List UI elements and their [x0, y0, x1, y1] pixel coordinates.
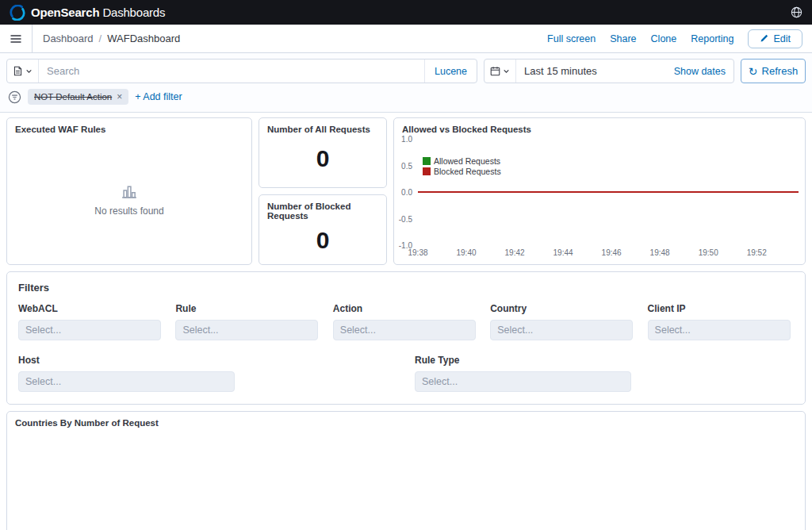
- plot-area: Allowed Requests Blocked Requests: [418, 139, 799, 245]
- panel-countries-by-request: Countries By Number of Request: [6, 411, 806, 530]
- add-filter-link[interactable]: + Add filter: [135, 91, 182, 102]
- panel-title: Number of Blocked Requests: [259, 195, 386, 221]
- globe-icon[interactable]: [791, 6, 802, 18]
- panel-title: Number of All Requests: [259, 118, 386, 134]
- panel-title: Filters: [18, 282, 794, 294]
- y-axis: 1.0 0.5 0.0 -0.5 -1.0: [394, 139, 418, 245]
- edit-button[interactable]: Edit: [748, 29, 802, 48]
- legend-item-blocked[interactable]: Blocked Requests: [423, 167, 501, 176]
- calendar-icon: [490, 66, 500, 76]
- panel-executed-waf-rules: Executed WAF Rules No results found: [6, 117, 252, 265]
- query-section: Lucene Last 15 minutes Show dates ↻ Refr…: [0, 53, 812, 113]
- x-tick: 19:52: [747, 248, 767, 257]
- panel-filters: Filters WebACL Rule Action Country Clien…: [6, 271, 806, 405]
- legend-item-allowed[interactable]: Allowed Requests: [423, 156, 501, 166]
- show-dates-link[interactable]: Show dates: [674, 60, 733, 83]
- time-range-value[interactable]: Last 15 minutes: [516, 60, 597, 83]
- x-tick: 19:48: [650, 248, 670, 257]
- saved-query-menu-button[interactable]: [7, 60, 39, 83]
- x-axis: 19:38 19:40 19:42 19:44 19:46 19:48 19:5…: [418, 245, 799, 258]
- panel-number-of-blocked-requests: Number of Blocked Requests 0: [259, 194, 387, 265]
- chevron-down-icon: [25, 67, 33, 75]
- field-rule: Rule: [175, 303, 321, 340]
- panel-allowed-vs-blocked: Allowed vs Blocked Requests 1.0 0.5 0.0 …: [393, 117, 806, 265]
- y-tick: -0.5: [399, 214, 412, 223]
- dashboard-grid: Executed WAF Rules No results found Numb…: [0, 113, 812, 530]
- legend-swatch-allowed: [423, 157, 431, 165]
- filter-options-icon[interactable]: [8, 90, 21, 104]
- breadcrumb-dashboard[interactable]: Dashboard: [43, 33, 94, 44]
- field-client-ip: Client IP: [648, 303, 794, 340]
- field-host: Host: [18, 355, 235, 392]
- app-header: OpenSearchDashboards: [0, 0, 812, 25]
- field-action: Action: [333, 303, 479, 340]
- opensearch-logo-icon: [10, 5, 25, 21]
- calendar-menu-button[interactable]: [485, 60, 516, 83]
- panel-title: Countries By Number of Request: [7, 412, 805, 428]
- menu-icon[interactable]: [0, 25, 33, 52]
- nav-actions: Full screen Share Clone Reporting Edit: [547, 29, 812, 48]
- webacl-select[interactable]: [18, 320, 161, 340]
- search-bar: Lucene: [6, 59, 477, 83]
- y-tick: 0.5: [401, 161, 412, 170]
- client-ip-select[interactable]: [648, 320, 791, 340]
- panel-title: Allowed vs Blocked Requests: [394, 118, 805, 134]
- host-select[interactable]: [18, 371, 235, 392]
- chart-legend: Allowed Requests Blocked Requests: [423, 156, 501, 176]
- y-tick: 0.0: [401, 188, 412, 197]
- field-rule-type: Rule Type: [415, 355, 631, 392]
- panel-title: Executed WAF Rules: [7, 118, 251, 134]
- clone-link[interactable]: Clone: [651, 33, 677, 44]
- app-logo[interactable]: OpenSearchDashboards: [10, 5, 165, 21]
- refresh-icon: ↻: [749, 66, 758, 77]
- field-country: Country: [490, 303, 636, 340]
- legend-swatch-blocked: [423, 167, 431, 175]
- y-tick: 1.0: [401, 135, 412, 144]
- panel-number-of-all-requests: Number of All Requests 0: [259, 117, 387, 188]
- filter-pill-not-default-action[interactable]: NOT Default Action ×: [28, 89, 128, 105]
- empty-state: No results found: [7, 134, 251, 264]
- rule-select[interactable]: [175, 320, 318, 340]
- breadcrumb: Dashboard / WAFDashboard: [43, 33, 180, 44]
- x-tick: 19:40: [456, 248, 476, 257]
- blocked-requests-series-line: [418, 191, 799, 193]
- app-title: OpenSearchDashboards: [31, 6, 165, 19]
- breadcrumb-separator: /: [99, 33, 102, 44]
- action-select[interactable]: [333, 320, 476, 340]
- x-tick: 19:38: [408, 248, 427, 257]
- pencil-icon: [760, 34, 768, 43]
- empty-state-text: No results found: [94, 205, 163, 217]
- breadcrumb-current: WAFDashboard: [107, 33, 180, 44]
- bar-chart-icon: [121, 182, 138, 199]
- nav-bar: Dashboard / WAFDashboard Full screen Sha…: [0, 25, 812, 53]
- filter-bar: NOT Default Action × + Add filter: [6, 83, 806, 112]
- date-picker: Last 15 minutes Show dates: [484, 59, 734, 83]
- x-tick: 19:50: [699, 248, 718, 257]
- metric-value-blocked-requests: 0: [259, 221, 386, 264]
- close-icon[interactable]: ×: [117, 91, 122, 102]
- full-screen-link[interactable]: Full screen: [547, 33, 596, 44]
- search-input[interactable]: [39, 60, 424, 83]
- country-select[interactable]: [490, 320, 633, 340]
- chevron-down-icon: [503, 67, 510, 75]
- share-link[interactable]: Share: [610, 33, 636, 44]
- x-tick: 19:42: [505, 248, 525, 257]
- query-language-button[interactable]: Lucene: [424, 60, 477, 83]
- reporting-link[interactable]: Reporting: [691, 33, 733, 44]
- refresh-button[interactable]: ↻ Refresh: [741, 59, 806, 83]
- metric-value-all-requests: 0: [259, 134, 386, 187]
- rule-type-select[interactable]: [415, 371, 631, 392]
- field-webacl: WebACL: [18, 303, 164, 340]
- saved-query-icon: [13, 66, 23, 76]
- x-tick: 19:44: [553, 248, 573, 257]
- line-chart: 1.0 0.5 0.0 -0.5 -1.0 Allowed Requests: [394, 139, 805, 258]
- x-tick: 19:46: [602, 248, 622, 257]
